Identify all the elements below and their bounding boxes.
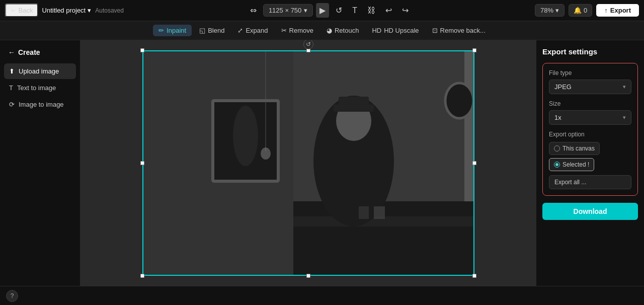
text-tool-button[interactable]: T bbox=[349, 4, 361, 18]
upload-icon: ⬆ bbox=[9, 67, 15, 75]
handle-top-left[interactable] bbox=[140, 48, 144, 52]
size-select[interactable]: 1x ▾ bbox=[549, 110, 631, 125]
select-tool-button[interactable]: ▶ bbox=[316, 3, 329, 18]
export-settings-box: File type JPEG ▾ Size 1x ▾ Export option… bbox=[542, 63, 638, 196]
top-bar-center: ⇔ 1125 × 750 ▾ ▶ ↺ T ⛓ ↩ ↪ bbox=[129, 3, 530, 18]
this-canvas-label: This canvas bbox=[562, 145, 595, 152]
remove-back-label: Remove back... bbox=[440, 27, 486, 34]
canvas-size-arrow: ▾ bbox=[304, 7, 307, 14]
back-button[interactable]: ← Back bbox=[5, 4, 38, 17]
project-dropdown-arrow: ▾ bbox=[88, 7, 91, 14]
remove-back-icon: ⊡ bbox=[432, 27, 438, 34]
zoom-level-text: 78% bbox=[540, 7, 553, 14]
svg-rect-15 bbox=[374, 206, 385, 219]
svg-rect-12 bbox=[464, 50, 474, 201]
remove-back-tool[interactable]: ⊡ Remove back... bbox=[427, 25, 491, 36]
bottom-bar: ? bbox=[0, 286, 644, 305]
retouch-tool[interactable]: ◕ Retouch bbox=[321, 25, 364, 36]
main-area: ← Create ⬆ Upload image T Text to image … bbox=[0, 40, 644, 286]
svg-rect-14 bbox=[359, 206, 369, 219]
create-arrow-icon: ← bbox=[8, 48, 15, 56]
remove-tool[interactable]: ✂ Remove bbox=[276, 25, 319, 36]
zoom-button[interactable]: 78% ▾ bbox=[535, 4, 565, 17]
expand-label: Expand bbox=[246, 27, 268, 34]
zoom-arrow: ▾ bbox=[555, 7, 559, 14]
export-label-text: Export bbox=[610, 7, 631, 14]
toolbar-row: ✏ Inpaint ◱ Blend ⤢ Expand ✂ Remove ◕ Re… bbox=[0, 21, 644, 40]
handle-bottom-left[interactable] bbox=[140, 274, 144, 278]
refresh-tool-button[interactable]: ↺ bbox=[332, 3, 346, 18]
top-bar-right: 78% ▾ 🔔 0 ↑ Export bbox=[535, 4, 639, 17]
file-type-label: File type bbox=[549, 69, 631, 77]
inpaint-label: Inpaint bbox=[167, 27, 186, 34]
inpaint-icon: ✏ bbox=[158, 27, 164, 34]
size-arrow: ▾ bbox=[623, 114, 626, 121]
link-tool-button[interactable]: ⛓ bbox=[364, 4, 379, 18]
file-type-arrow: ▾ bbox=[623, 84, 626, 90]
left-panel: ← Create ⬆ Upload image T Text to image … bbox=[0, 40, 80, 286]
inpaint-tool[interactable]: ✏ Inpaint bbox=[153, 25, 192, 36]
create-header: ← Create bbox=[4, 45, 76, 59]
canvas-size-text: 1125 × 750 bbox=[269, 7, 301, 14]
notif-count: 0 bbox=[584, 7, 587, 14]
right-panel: Export settings File type JPEG ▾ Size 1x… bbox=[536, 40, 644, 286]
notifications-button[interactable]: 🔔 0 bbox=[569, 4, 592, 17]
retouch-icon: ◕ bbox=[327, 27, 332, 34]
redo-button[interactable]: ↪ bbox=[398, 3, 412, 18]
blend-tool[interactable]: ◱ Blend bbox=[194, 25, 230, 36]
handle-middle-right[interactable] bbox=[472, 161, 476, 165]
image-to-image-label: Image to image bbox=[19, 101, 64, 108]
blend-icon: ◱ bbox=[199, 27, 205, 34]
file-type-value: JPEG bbox=[554, 83, 572, 91]
autosaved-label: Autosaved bbox=[95, 7, 124, 14]
sidebar-item-image-to-image[interactable]: ⟳ Image to image bbox=[4, 97, 76, 112]
create-label: Create bbox=[18, 48, 40, 56]
upscale-icon: HD bbox=[372, 27, 381, 34]
canvas-area[interactable]: ↺ bbox=[80, 40, 536, 286]
sidebar-item-text-to-image[interactable]: T Text to image bbox=[4, 80, 76, 96]
this-canvas-option[interactable]: This canvas bbox=[549, 142, 600, 155]
file-type-select[interactable]: JPEG ▾ bbox=[549, 80, 631, 94]
canvas-size-button[interactable]: 1125 × 750 ▾ bbox=[263, 4, 313, 17]
text-to-image-label: Text to image bbox=[17, 84, 56, 92]
top-bar-left: ← Back Untitled project ▾ Autosaved bbox=[5, 4, 124, 17]
expand-tool[interactable]: ⤢ Expand bbox=[232, 25, 273, 36]
svg-point-13 bbox=[445, 83, 473, 118]
undo-button[interactable]: ↩ bbox=[382, 3, 395, 18]
help-icon: ? bbox=[11, 292, 14, 299]
this-canvas-radio bbox=[554, 145, 560, 151]
remove-icon: ✂ bbox=[281, 27, 287, 34]
notif-icon: 🔔 bbox=[574, 7, 582, 14]
size-value: 1x bbox=[554, 114, 561, 121]
canvas-image bbox=[142, 50, 474, 276]
export-icon: ↑ bbox=[604, 7, 608, 14]
download-button[interactable]: Download bbox=[542, 203, 638, 220]
blend-label: Blend bbox=[208, 27, 224, 34]
image-to-image-icon: ⟳ bbox=[9, 101, 15, 108]
svg-point-11 bbox=[233, 106, 258, 166]
export-settings-title: Export settings bbox=[542, 47, 638, 56]
project-name[interactable]: Untitled project ▾ bbox=[42, 7, 92, 14]
handle-bottom-right[interactable] bbox=[472, 274, 476, 278]
handle-top-right[interactable] bbox=[472, 48, 476, 52]
sidebar-item-upload[interactable]: ⬆ Upload image bbox=[4, 63, 76, 79]
selected-label: Selected ! bbox=[562, 161, 589, 168]
svg-rect-8 bbox=[339, 97, 369, 107]
remove-label: Remove bbox=[289, 27, 313, 34]
text-to-image-icon: T bbox=[9, 84, 13, 92]
help-button[interactable]: ? bbox=[6, 290, 18, 302]
export-all-button[interactable]: Export all ... bbox=[549, 175, 631, 189]
rotate-handle[interactable]: ↺ bbox=[303, 40, 313, 49]
export-button[interactable]: ↑ Export bbox=[596, 4, 639, 17]
handle-bottom-middle[interactable] bbox=[306, 274, 310, 278]
canvas-container: ↺ bbox=[142, 50, 474, 276]
resize-icon[interactable]: ⇔ bbox=[247, 3, 260, 18]
upload-label: Upload image bbox=[19, 67, 59, 75]
export-option-label: Export option bbox=[549, 131, 631, 138]
handle-middle-left[interactable] bbox=[140, 161, 144, 165]
upscale-label: HD Upscale bbox=[384, 27, 419, 34]
top-bar: ← Back Untitled project ▾ Autosaved ⇔ 11… bbox=[0, 0, 644, 21]
export-option-radio-group: This canvas Selected ! bbox=[549, 142, 631, 171]
selected-option[interactable]: Selected ! bbox=[549, 158, 594, 171]
upscale-tool[interactable]: HD HD Upscale bbox=[366, 25, 424, 36]
